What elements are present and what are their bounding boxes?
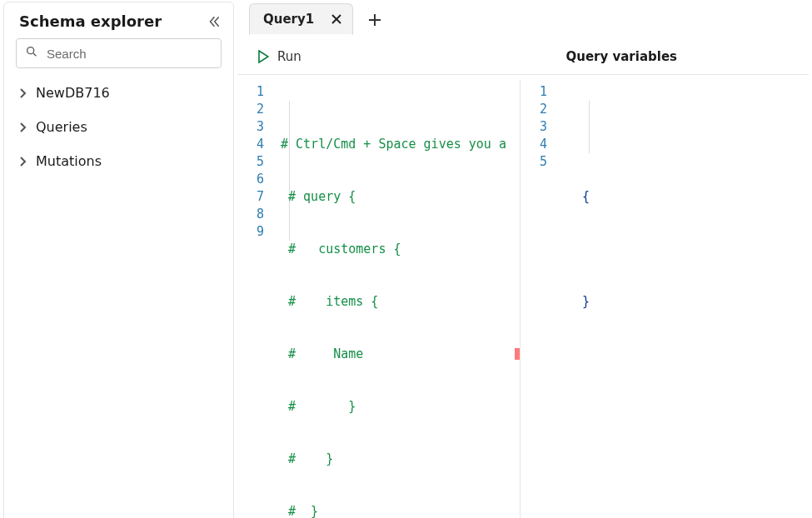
tab-bar: Query1 bbox=[237, 2, 809, 38]
chevron-right-icon bbox=[17, 88, 29, 98]
code-line: # } bbox=[281, 504, 318, 518]
variables-editor[interactable]: 12345 { } bbox=[521, 80, 809, 518]
sidebar-title: Schema explorer bbox=[19, 12, 162, 30]
run-label: Run bbox=[277, 49, 301, 64]
code-line: { bbox=[564, 189, 590, 204]
svg-line-1 bbox=[33, 53, 36, 56]
editors-row: 123456789 # Ctrl/Cmd + Space gives you a… bbox=[237, 75, 809, 518]
code-line: } bbox=[564, 294, 590, 309]
chevron-right-icon bbox=[17, 122, 29, 132]
code-line: # query { bbox=[281, 189, 356, 204]
tab-query1[interactable]: Query1 bbox=[249, 3, 353, 35]
variables-heading: Query variables bbox=[565, 49, 677, 64]
chevron-right-icon bbox=[17, 157, 29, 167]
tree-item-queries[interactable]: Queries bbox=[11, 116, 227, 138]
query-gutter: 123456789 bbox=[237, 83, 274, 518]
collapse-panel-icon[interactable] bbox=[207, 14, 222, 29]
change-marker-icon bbox=[515, 348, 520, 360]
variables-code-area[interactable]: { } bbox=[557, 83, 809, 398]
code-line: # customers { bbox=[281, 242, 401, 257]
svg-point-0 bbox=[27, 47, 34, 54]
svg-marker-6 bbox=[259, 51, 268, 62]
add-tab-button[interactable] bbox=[360, 2, 390, 38]
sidebar-header: Schema explorer bbox=[4, 7, 233, 37]
schema-tree: NewDB716 Queries Mutations bbox=[4, 77, 233, 172]
app-root: Schema explorer NewDB716 bbox=[0, 0, 812, 516]
variables-gutter: 12345 bbox=[521, 83, 557, 398]
main-area: Query1 Run Query variables bbox=[237, 2, 809, 518]
run-icon bbox=[257, 50, 269, 63]
tree-item-label: Mutations bbox=[36, 153, 102, 169]
tree-item-newdb[interactable]: NewDB716 bbox=[11, 82, 227, 104]
code-line: # Name bbox=[281, 346, 363, 361]
code-line: # Ctrl/Cmd + Space gives you a bbox=[281, 137, 506, 152]
close-tab-icon[interactable] bbox=[331, 13, 342, 25]
search-icon bbox=[25, 45, 38, 62]
code-line: # } bbox=[281, 399, 356, 414]
search-input[interactable] bbox=[45, 46, 212, 62]
query-code-area[interactable]: # Ctrl/Cmd + Space gives you a # query {… bbox=[274, 83, 520, 518]
schema-explorer-panel: Schema explorer NewDB716 bbox=[3, 2, 234, 518]
query-editor[interactable]: 123456789 # Ctrl/Cmd + Space gives you a… bbox=[237, 80, 521, 518]
editor-toolbar: Run Query variables bbox=[237, 38, 809, 75]
run-button[interactable]: Run bbox=[251, 46, 308, 67]
code-line: # items { bbox=[281, 294, 378, 309]
search-field[interactable] bbox=[16, 38, 222, 68]
tree-item-label: NewDB716 bbox=[36, 85, 110, 101]
tree-item-label: Queries bbox=[36, 119, 87, 135]
tree-item-mutations[interactable]: Mutations bbox=[11, 150, 227, 172]
tab-label: Query1 bbox=[263, 12, 314, 27]
code-line: # } bbox=[281, 451, 333, 466]
